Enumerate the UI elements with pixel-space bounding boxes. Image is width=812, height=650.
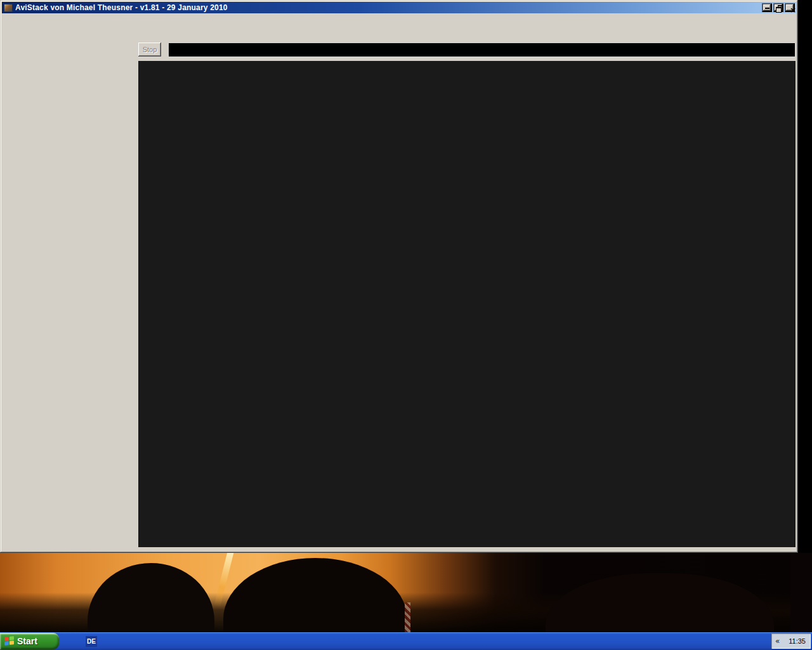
- screen: AviStack von Michael Theusner - v1.81 - …: [0, 0, 812, 650]
- telescope-dome-silhouette: [88, 563, 214, 632]
- moon-image-view[interactable]: [138, 61, 796, 547]
- sidebar: [2, 29, 136, 550]
- telescope-dome-silhouette: [223, 558, 407, 632]
- toolbar: Stop: [138, 42, 795, 57]
- striped-pole: [405, 602, 410, 632]
- close-button[interactable]: ×: [785, 3, 795, 12]
- stop-button[interactable]: Stop: [138, 43, 161, 56]
- start-button[interactable]: Start: [0, 633, 59, 649]
- building-silhouette: [790, 553, 812, 632]
- avistack-app-icon: [4, 4, 13, 12]
- titlebar: AviStack von Michael Theusner - v1.81 - …: [2, 2, 796, 13]
- language-indicator[interactable]: DE: [86, 636, 97, 647]
- tray-chevron-icon[interactable]: «: [775, 637, 780, 646]
- system-tray: « 11:35: [771, 633, 811, 649]
- telescope-dome-silhouette: [546, 573, 774, 632]
- windows-flag-icon: [4, 636, 14, 646]
- avistack-window: AviStack von Michael Theusner - v1.81 - …: [0, 0, 798, 553]
- taskbar: Start DE « 11:35: [0, 632, 812, 650]
- clock: 11:35: [789, 637, 806, 645]
- desktop: [0, 553, 812, 632]
- window-title: AviStack von Michael Theusner - v1.81 - …: [15, 3, 228, 12]
- minimize-button[interactable]: [762, 3, 772, 12]
- menubar: [3, 15, 796, 25]
- progress-bar: [169, 43, 795, 56]
- restore-button[interactable]: [773, 3, 783, 12]
